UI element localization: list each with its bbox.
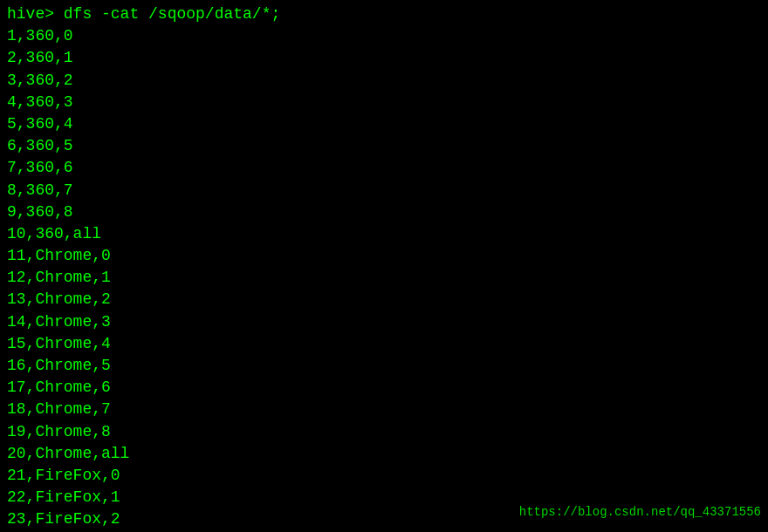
output-line: 12,Chrome,1 bbox=[7, 267, 761, 289]
output-line: 1,360,0 bbox=[7, 25, 761, 47]
output-lines: 1,360,02,360,13,360,24,360,35,360,46,360… bbox=[7, 25, 761, 532]
prompt-line: hive> dfs -cat /sqoop/data/*; bbox=[7, 3, 761, 25]
output-line: 14,Chrome,3 bbox=[7, 311, 761, 333]
output-line: 17,Chrome,6 bbox=[7, 377, 761, 399]
output-line: 5,360,4 bbox=[7, 113, 761, 135]
output-line: 3,360,2 bbox=[7, 70, 761, 92]
output-line: 20,Chrome,all bbox=[7, 443, 761, 465]
output-line: 9,360,8 bbox=[7, 201, 761, 223]
output-line: 16,Chrome,5 bbox=[7, 355, 761, 377]
terminal-window: hive> dfs -cat /sqoop/data/*; 1,360,02,3… bbox=[0, 0, 768, 532]
output-line: 21,FireFox,0 bbox=[7, 465, 761, 487]
output-line: 6,360,5 bbox=[7, 135, 761, 157]
output-line: 18,Chrome,7 bbox=[7, 399, 761, 420]
output-line: 19,Chrome,8 bbox=[7, 421, 761, 443]
output-line: 15,Chrome,4 bbox=[7, 333, 761, 355]
output-line: 2,360,1 bbox=[7, 47, 761, 69]
output-line: 4,360,3 bbox=[7, 92, 761, 113]
output-line: 11,Chrome,0 bbox=[7, 245, 761, 267]
output-line: 7,360,6 bbox=[7, 157, 761, 179]
output-line: 13,Chrome,2 bbox=[7, 289, 761, 310]
output-line: 10,360,all bbox=[7, 223, 761, 245]
watermark: https://blog.csdn.net/qq_43371556 bbox=[519, 504, 761, 522]
output-line: 8,360,7 bbox=[7, 180, 761, 201]
